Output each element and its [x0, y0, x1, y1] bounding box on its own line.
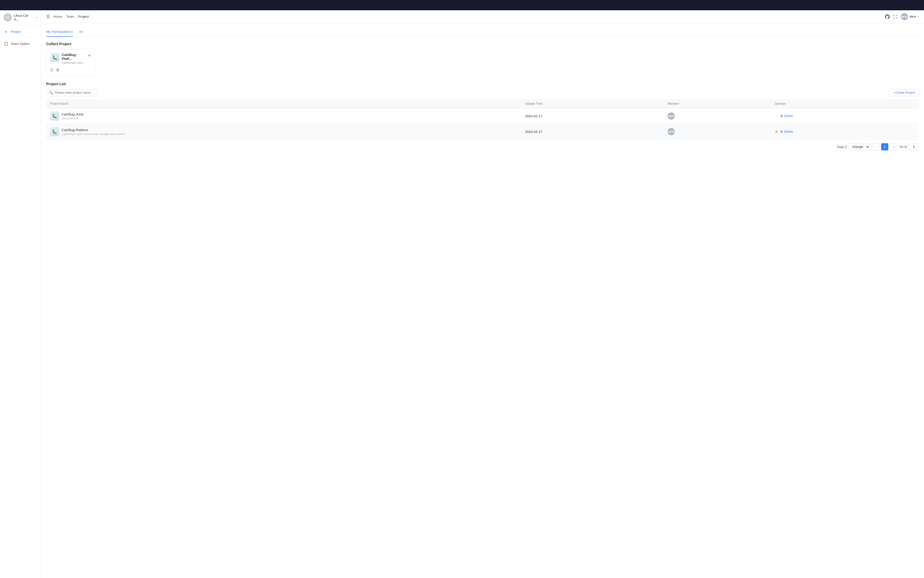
card-star-icon: ★: [88, 53, 91, 58]
row1-delete-icon: 🗑: [780, 114, 783, 118]
row1-delete-button[interactable]: 🗑 Delete: [780, 114, 793, 118]
card-info: Cat2Bug-Platf... Lightweight open-: [62, 53, 85, 64]
row2-star-button[interactable]: ★: [775, 129, 778, 134]
sidebar-brand[interactable]: LC Lihua Cat A... ▾: [0, 10, 41, 25]
goto-input[interactable]: [909, 144, 919, 150]
table-body: 🐛 Cat2Bug-JUnit Java test unit 2024-02-1…: [46, 108, 919, 140]
col-member: Member: [664, 99, 771, 108]
row1-name-sub: Java test unit: [62, 117, 83, 120]
list-toolbar: 🔍 + Create Project: [46, 89, 919, 96]
row2-member: dem: [664, 124, 771, 140]
row2-name-info: Cat2Bug-Platform Lightweight open-source…: [62, 128, 125, 136]
next-page-button[interactable]: ›: [890, 143, 898, 150]
breadcrumb-project[interactable]: Project: [78, 15, 89, 18]
row2-thumb: 🐛: [50, 127, 59, 136]
hamburger-button[interactable]: ☰: [46, 14, 50, 19]
github-icon: [885, 15, 890, 19]
row2-member-avatar: dem: [667, 128, 675, 135]
main-area: ☰ Home / Team / Project: [41, 10, 924, 578]
card-header: 🐛 Cat2Bug-Platf... Lightweight open- ★: [50, 53, 91, 64]
search-icon: 🔍: [49, 91, 53, 95]
row1-member: dem: [664, 108, 771, 124]
create-project-button[interactable]: + Create Project: [889, 89, 919, 96]
fullscreen-icon: [893, 15, 897, 19]
page-size-select[interactable]: 10/page 20/page 50/page: [849, 143, 870, 150]
row1-star-button[interactable]: ☆: [775, 114, 778, 119]
pagination-bar: Total 2 10/page 20/page 50/page ‹ 1 › Go…: [46, 140, 919, 154]
tab-my-participated[interactable]: My Participated In: [46, 27, 73, 37]
fullscreen-button[interactable]: [893, 15, 897, 19]
sidebar-item-team-option[interactable]: 📋 Team Option: [0, 39, 41, 49]
team-option-icon: 📋: [3, 41, 8, 46]
row1-operate: ☆ 🗑 Delete: [771, 108, 919, 124]
user-chevron-icon: ▾: [918, 15, 919, 18]
breadcrumb-home[interactable]: Home: [54, 15, 62, 18]
page-header: ☰ Home / Team / Project: [41, 10, 924, 23]
row1-name-cell: 🐛 Cat2Bug-JUnit Java test unit: [46, 108, 521, 124]
brand-chevron-icon: ▾: [36, 16, 37, 19]
row2-name-cell: 🐛 Cat2Bug-Platform Lightweight open-sour…: [46, 124, 521, 140]
collect-card-1[interactable]: 🐛 Cat2Bug-Platf... Lightweight open- ★ ☰…: [46, 49, 95, 76]
row2-operate: ★ 🗑 Delete: [771, 124, 919, 140]
sidebar-item-project[interactable]: ≡ Project: [0, 27, 41, 36]
page-1-button[interactable]: 1: [881, 143, 888, 150]
row2-name-wrap: 🐛 Cat2Bug-Platform Lightweight open-sour…: [50, 127, 518, 136]
sidebar-item-team-option-label: Team Option: [11, 42, 30, 46]
row1-operate-cell: ☆ 🗑 Delete: [775, 114, 915, 119]
tab-all[interactable]: All: [79, 27, 83, 37]
sidebar-divider: [0, 37, 41, 38]
github-button[interactable]: [885, 15, 890, 19]
row1-member-avatar: dem: [667, 112, 675, 120]
breadcrumb-sep-2: /: [76, 15, 77, 18]
row1-thumb: 🐛: [50, 111, 59, 121]
header-actions: dem dem ▾: [885, 13, 919, 20]
tabs: My Participated In All: [46, 27, 919, 37]
table-row: 🐛 Cat2Bug-Platform Lightweight open-sour…: [46, 124, 919, 140]
goto-label: Go to: [900, 145, 907, 149]
breadcrumb: Home / Team / Project: [54, 15, 89, 18]
collect-project-section: Collect Project 🐛 Cat2Bug-Platf... Light…: [46, 42, 919, 76]
row1-name-info: Cat2Bug-JUnit Java test unit: [62, 112, 83, 120]
brand-avatar: LC: [3, 13, 12, 21]
content-area: My Participated In All Collect Project 🐛…: [41, 23, 924, 578]
row2-update-time: 2024-02-17: [521, 124, 664, 140]
search-input[interactable]: [55, 91, 95, 94]
row1-name-main: Cat2Bug-JUnit: [62, 112, 83, 116]
col-update-time: Update Time: [521, 99, 664, 108]
card-icon: 🐛: [50, 53, 59, 62]
card-desc: Lightweight open-: [62, 61, 85, 64]
card-delete-icon-btn[interactable]: 🗑: [56, 68, 60, 72]
table-header: Project Name Update Time Member Operate: [46, 99, 919, 108]
project-icon: ≡: [3, 29, 8, 34]
col-operate: Operate: [771, 99, 919, 108]
card-actions: ☰ 🗑: [50, 68, 91, 72]
breadcrumb-sep-1: /: [64, 15, 65, 18]
user-badge[interactable]: dem dem ▾: [901, 13, 919, 20]
collect-project-title: Collect Project: [46, 42, 919, 46]
user-name: dem: [909, 15, 916, 18]
sidebar-navigation: ≡ Project 📋 Team Option: [0, 25, 41, 50]
pagination-total: Total 2: [837, 145, 846, 149]
table-row: 🐛 Cat2Bug-JUnit Java test unit 2024-02-1…: [46, 108, 919, 124]
card-name: Cat2Bug-Platf...: [62, 53, 85, 60]
project-table: Project Name Update Time Member Operate …: [46, 99, 919, 140]
project-list-title: Project List: [46, 82, 919, 86]
col-project-name: Project Name: [46, 99, 521, 108]
user-avatar: dem: [901, 13, 908, 20]
row2-name-sub: Lightweight open-source bug management s…: [62, 132, 125, 136]
collect-cards: 🐛 Cat2Bug-Platf... Lightweight open- ★ ☰…: [46, 49, 919, 76]
prev-page-button[interactable]: ‹: [872, 143, 879, 150]
card-list-icon-btn[interactable]: ☰: [50, 68, 54, 72]
brand-name: Lihua Cat A...: [14, 14, 34, 21]
search-wrap: 🔍: [46, 89, 97, 96]
row2-delete-icon: 🗑: [780, 130, 783, 133]
row1-name-wrap: 🐛 Cat2Bug-JUnit Java test unit: [50, 111, 518, 121]
project-list-section: Project List 🔍 + Create Project Project …: [46, 82, 919, 154]
row2-delete-button[interactable]: 🗑 Delete: [780, 130, 793, 133]
sidebar-item-project-label: Project: [11, 30, 21, 34]
goto-wrap: Go to: [900, 144, 919, 150]
sidebar: LC Lihua Cat A... ▾ ≡ Project 📋 Team Opt…: [0, 10, 41, 578]
breadcrumb-team[interactable]: Team: [66, 15, 75, 18]
row2-operate-cell: ★ 🗑 Delete: [775, 129, 915, 134]
topbar: [0, 0, 924, 10]
